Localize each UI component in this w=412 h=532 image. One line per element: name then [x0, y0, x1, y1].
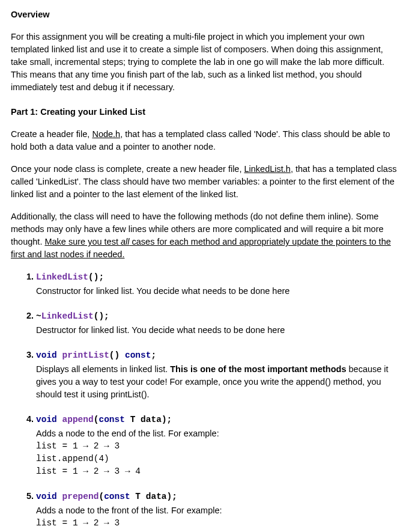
filename-node: Node.h — [92, 129, 120, 139]
part1-para1: Create a header file, Node.h, that has a… — [11, 128, 401, 153]
text: Displays all elements in linked list. — [36, 364, 170, 374]
function-name: LinkedList — [36, 272, 88, 282]
text: Create a header file, — [11, 129, 92, 139]
space — [57, 350, 62, 360]
method-signature: ~LinkedList(); — [36, 311, 109, 321]
method-desc: Adds a node to the front of the list. Fo… — [36, 504, 401, 517]
code-line: list = 1 → 2 → 3 → 4 — [36, 465, 401, 478]
text-bold: This is one of the most important method… — [170, 364, 346, 374]
paren-open: ( — [98, 492, 104, 501]
filename-linkedlist: LinkedList.h — [244, 164, 290, 174]
method-desc: Destructor for linked list. You decide w… — [36, 324, 401, 337]
space — [57, 415, 62, 424]
keyword-void: void — [36, 492, 57, 501]
keyword-const: const — [98, 415, 125, 424]
keyword-const: const — [125, 350, 151, 360]
keyword-void: void — [36, 415, 57, 424]
method-list: LinkedList(); Constructor for linked lis… — [11, 271, 401, 532]
code-line: list = 1 → 2 → 3 — [36, 440, 401, 453]
code-line: list.append(0) — [36, 530, 401, 533]
semicolon: ; — [151, 350, 156, 360]
parens: (); — [94, 311, 109, 321]
method-item-1: LinkedList(); Constructor for linked lis… — [36, 271, 401, 298]
method-item-3: void printList() const; Displays all ele… — [36, 349, 401, 401]
paren-close: ); — [167, 492, 177, 501]
method-signature: void append(const T data); — [36, 415, 172, 424]
space — [57, 492, 62, 501]
args: T data — [130, 492, 167, 501]
text: Once your node class is complete, create… — [11, 164, 244, 174]
overview-text: For this assignment you will be creating… — [11, 31, 401, 94]
method-item-5: void prepend(const T data); Adds a node … — [36, 490, 401, 532]
text-underlined: Make sure you test all cases for each me… — [11, 237, 391, 259]
method-item-4: void append(const T data); Adds a node t… — [36, 413, 401, 478]
parens: () — [109, 350, 125, 360]
keyword-void: void — [36, 350, 57, 360]
method-signature: void prepend(const T data); — [36, 492, 177, 501]
tilde: ~ — [36, 311, 41, 321]
code-line: list.append(4) — [36, 453, 401, 465]
code-line: list = 1 → 2 → 3 — [36, 517, 401, 530]
overview-heading: Overview — [11, 8, 401, 21]
parens: (); — [88, 272, 104, 282]
function-name: LinkedList — [41, 311, 94, 321]
method-desc: Displays all elements in linked list. Th… — [36, 363, 401, 401]
method-desc: Adds a node to the end of the list. For … — [36, 427, 401, 440]
text: Make sure you test — [44, 237, 121, 246]
function-name: prepend — [62, 492, 99, 501]
text-italic: all — [121, 237, 130, 246]
method-item-2: ~LinkedList(); Destructor for linked lis… — [36, 310, 401, 337]
method-signature: LinkedList(); — [36, 272, 104, 282]
part1-para2: Once your node class is complete, create… — [11, 163, 401, 201]
function-name: printList — [62, 350, 109, 360]
paren-close: ); — [162, 415, 172, 424]
args: T data — [125, 415, 162, 424]
part1-heading: Part 1: Creating your Linked List — [11, 106, 401, 118]
keyword-const: const — [104, 492, 130, 501]
function-name: append — [62, 415, 94, 424]
method-desc: Constructor for linked list. You decide … — [36, 285, 401, 298]
part1-para3: Additionally, the class will need to hav… — [11, 210, 401, 261]
method-signature: void printList() const; — [36, 350, 156, 360]
